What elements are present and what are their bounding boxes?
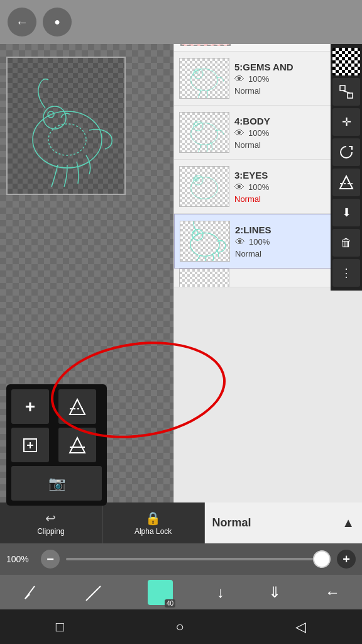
svg-rect-17 xyxy=(180,221,229,261)
color-swatch: 40 xyxy=(148,580,173,605)
move-button[interactable]: ✛ xyxy=(332,108,360,136)
alpha-lock-button[interactable]: 🔒 Alpha Lock xyxy=(102,502,205,543)
blend-bar: ↩ Clipping 🔒 Alpha Lock Normal ▲ xyxy=(0,502,362,543)
back-nav-button[interactable]: ○ xyxy=(163,614,197,640)
blend-mode-selector[interactable]: Normal ▲ xyxy=(205,502,362,543)
svg-line-36 xyxy=(99,586,101,588)
layer-lines-opacity: 100% xyxy=(249,237,270,247)
down-arrow-button[interactable]: ⬇ xyxy=(332,199,360,226)
layer-body-opacity: 100% xyxy=(248,128,269,138)
alpha-lock-label: Alpha Lock xyxy=(134,527,172,536)
flip-layer-button[interactable] xyxy=(58,389,96,424)
alpha-lock-icon: 🔒 xyxy=(145,511,161,526)
pencil-tool-button[interactable] xyxy=(80,583,109,602)
download-button[interactable]: ↓ xyxy=(212,584,229,601)
selection-tool-button[interactable] xyxy=(17,583,46,602)
canvas-preview xyxy=(6,57,126,195)
svg-rect-5 xyxy=(180,58,229,98)
clipping-label: Clipping xyxy=(37,527,64,536)
back-tool-button[interactable]: ← xyxy=(320,584,345,601)
opacity-slider-thumb[interactable] xyxy=(313,550,331,568)
eye-icon: 👁 xyxy=(234,74,244,85)
svg-line-23 xyxy=(343,91,350,93)
svg-rect-13 xyxy=(180,167,229,206)
eye-icon-body: 👁 xyxy=(234,128,244,139)
blend-mode-arrow: ▲ xyxy=(342,516,354,530)
menu-button[interactable]: ● xyxy=(43,8,72,36)
layer-body-thumb xyxy=(179,112,229,153)
layer-lines-thumb xyxy=(180,221,230,262)
layer-gems-thumb xyxy=(179,58,229,99)
svg-line-35 xyxy=(88,588,99,599)
trash-button[interactable]: 🗑 xyxy=(332,229,360,257)
opacity-slider-track[interactable] xyxy=(66,558,331,560)
svg-marker-24 xyxy=(340,176,353,189)
nav-bar: □ ○ ◁ xyxy=(0,609,362,644)
opacity-increase-button[interactable]: + xyxy=(337,550,356,569)
eye-icon-lines: 👁 xyxy=(235,236,245,248)
recent-nav-button[interactable]: ◁ xyxy=(283,614,319,640)
clipping-icon: ↩ xyxy=(45,511,56,526)
left-toolbar: + 📷 xyxy=(6,384,107,506)
rotate-layer-button[interactable] xyxy=(58,428,96,462)
home-nav-button[interactable]: □ xyxy=(43,614,77,640)
clipping-button[interactable]: ↩ Clipping xyxy=(0,502,102,543)
svg-point-18 xyxy=(190,233,220,256)
checker-button[interactable] xyxy=(332,48,360,75)
download2-button[interactable]: ⇓ xyxy=(263,584,286,601)
bottom-toolbar: 40 ↓ ⇓ ← xyxy=(0,575,362,609)
opacity-bar: 100% − + xyxy=(0,543,362,575)
svg-rect-22 xyxy=(348,93,353,98)
svg-point-20 xyxy=(194,231,198,235)
insert-layer-button[interactable] xyxy=(11,428,49,462)
layer-eyes-opacity: 100% xyxy=(248,182,269,192)
svg-rect-21 xyxy=(340,86,345,91)
svg-line-37 xyxy=(86,599,88,601)
svg-point-2 xyxy=(43,106,66,129)
svg-rect-9 xyxy=(180,113,229,152)
right-toolbar: ✛ ⬇ 🗑 ⋮ xyxy=(331,44,362,291)
svg-marker-26 xyxy=(70,399,85,414)
blend-mode-value: Normal xyxy=(212,516,251,530)
brush-size-badge: 40 xyxy=(165,599,175,608)
rotate-button[interactable] xyxy=(332,138,360,166)
more-button[interactable]: ⋮ xyxy=(332,259,360,287)
opacity-decrease-button[interactable]: − xyxy=(41,550,60,569)
top-bar: ← ● xyxy=(0,0,362,44)
back-button[interactable]: ← xyxy=(8,8,36,36)
opacity-value: 100% xyxy=(6,554,35,564)
add-layer-button[interactable]: + xyxy=(11,389,49,424)
flip-button[interactable] xyxy=(332,169,360,196)
svg-point-1 xyxy=(33,111,102,168)
svg-rect-0 xyxy=(8,58,127,196)
layer-eyes-thumb xyxy=(179,166,229,207)
svg-point-10 xyxy=(191,123,218,145)
brush-color-button[interactable]: 40 xyxy=(143,580,178,605)
layer-gems-opacity: 100% xyxy=(248,74,269,84)
transform-button[interactable] xyxy=(332,78,360,106)
svg-point-16 xyxy=(194,177,199,182)
camera-button[interactable]: 📷 xyxy=(11,466,102,501)
layer-partial-thumb xyxy=(179,269,229,287)
eye-icon-eyes: 👁 xyxy=(234,182,244,193)
svg-marker-31 xyxy=(70,438,85,453)
svg-point-6 xyxy=(191,69,218,91)
